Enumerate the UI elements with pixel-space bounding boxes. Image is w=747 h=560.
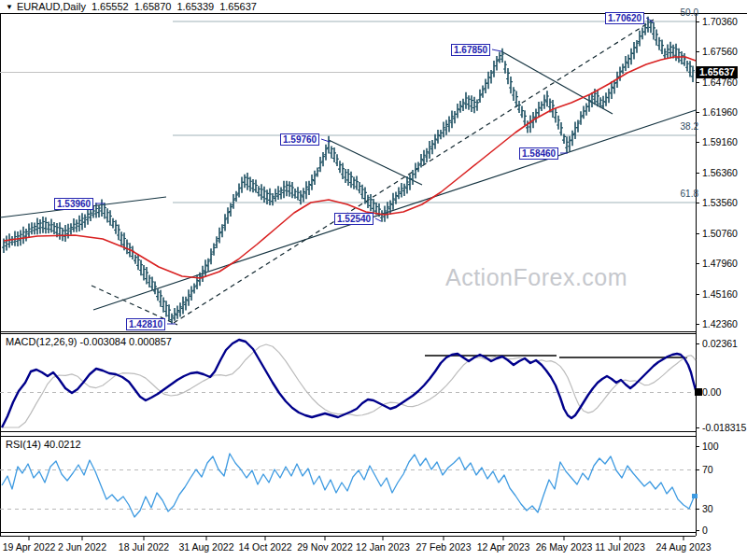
chart-canvas[interactable] bbox=[0, 0, 747, 560]
ohlc-high: 1.65870 bbox=[134, 1, 172, 12]
ohlc-low: 1.65339 bbox=[176, 1, 214, 12]
symbol-title: EURAUD,Daily bbox=[17, 1, 86, 12]
rsi-current-marker bbox=[692, 494, 698, 498]
macd-current-marker bbox=[695, 388, 702, 396]
chart-header: ▼EURAUD,Daily1.655521.658701.653391.6563… bbox=[6, 1, 257, 12]
trendline bbox=[93, 110, 696, 310]
macd-indicator-label: MACD(12,26,9) -0.003084 0.000857 bbox=[6, 336, 172, 347]
chart-window: ActionForex.com 50.038.261.81.706201.678… bbox=[0, 0, 747, 560]
moving-average-line bbox=[4, 57, 696, 278]
rsi-indicator-label: RSI(14) 40.0212 bbox=[6, 439, 81, 450]
price-label-connector bbox=[375, 218, 381, 221]
dashed-trendline bbox=[92, 286, 177, 325]
rsi-line bbox=[2, 454, 694, 517]
trendline bbox=[501, 51, 613, 114]
symbol-dropdown-icon[interactable]: ▼ bbox=[6, 3, 13, 11]
price-label-connector bbox=[492, 49, 501, 51]
trendline bbox=[0, 197, 166, 217]
ohlc-close: 1.65637 bbox=[219, 1, 257, 12]
ohlc-open: 1.65552 bbox=[92, 1, 129, 12]
dashed-trendline bbox=[174, 20, 654, 323]
